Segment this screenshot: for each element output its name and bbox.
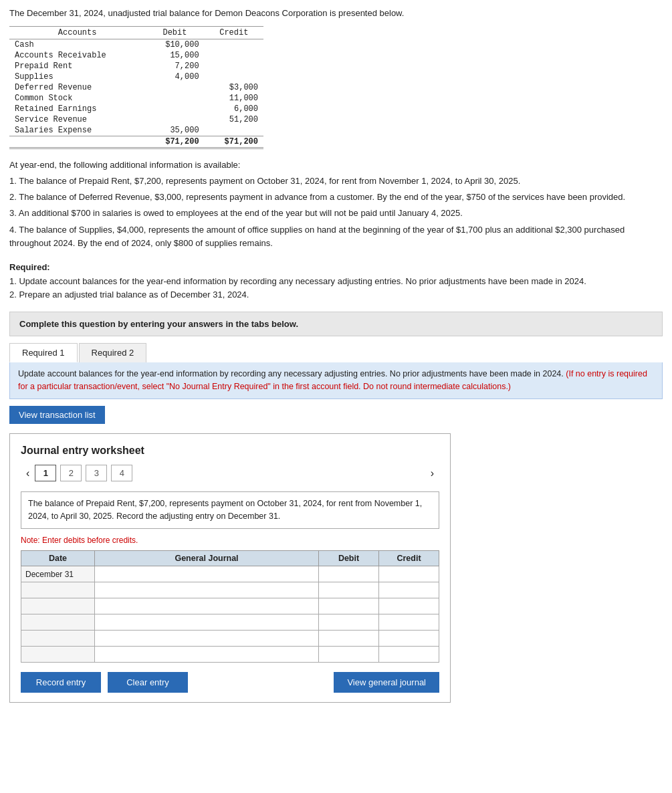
trial-balance-debit [145,93,204,104]
journal-credit-input[interactable] [383,602,435,611]
additional-info-section: At year-end, the following additional in… [9,158,663,250]
journal-table-row: December 31 [21,566,439,582]
additional-info-header: At year-end, the following additional in… [9,158,663,172]
next-page-button[interactable]: › [425,465,439,482]
tab-required-2[interactable]: Required 2 [79,343,147,362]
prev-page-button[interactable]: ‹ [21,465,35,482]
journal-debit-input[interactable] [323,570,374,579]
journal-account-input[interactable] [99,618,314,627]
trial-balance-account: Retained Earnings [9,104,145,114]
required-item2: 2. Prepare an adjusted trial balance as … [9,288,663,302]
journal-account-input[interactable] [99,650,314,659]
journal-credit-cell[interactable] [379,566,439,582]
trial-balance-debit [145,82,204,93]
journal-credit-input[interactable] [383,570,435,579]
journal-col-debit: Debit [319,551,379,566]
trial-balance-account: Salaries Expense [9,125,145,136]
trial-balance-debit: 7,200 [145,61,204,72]
worksheet-title: Journal entry worksheet [21,445,439,457]
journal-table-row [21,582,439,598]
trial-balance-account: Deferred Revenue [9,82,145,93]
page-1-button[interactable]: 1 [35,465,56,481]
journal-account-cell[interactable] [95,631,319,647]
journal-debit-input[interactable] [323,602,374,611]
journal-account-cell[interactable] [95,582,319,598]
journal-table-row [21,631,439,647]
trial-balance-debit: $10,000 [145,39,204,51]
journal-debit-cell[interactable] [319,647,379,663]
journal-date-cell [21,582,95,598]
trial-balance-credit: $3,000 [205,82,263,93]
journal-debit-cell[interactable] [319,631,379,647]
journal-credit-cell[interactable] [379,614,439,631]
journal-table-row [21,598,439,614]
tab-required-1[interactable]: Required 1 [9,343,78,362]
journal-date-cell [21,647,95,663]
trial-balance-credit [205,39,263,51]
additional-info-item: 1. The balance of Prepaid Rent, $7,200, … [9,175,663,188]
journal-account-input[interactable] [99,570,314,579]
journal-credit-cell[interactable] [379,631,439,647]
trial-balance-credit: 51,200 [205,114,263,125]
trial-balance-account: Prepaid Rent [9,61,145,72]
record-entry-button[interactable]: Record entry [21,672,101,693]
tabs-container: Required 1 Required 2 [9,343,663,362]
journal-debit-input[interactable] [323,618,374,627]
journal-account-cell[interactable] [95,598,319,614]
journal-debit-cell[interactable] [319,598,379,614]
trial-balance-account: Supplies [9,72,145,82]
journal-col-general-journal: General Journal [95,551,319,566]
additional-info-item: 4. The balance of Supplies, $4,000, repr… [9,223,663,250]
view-transaction-button[interactable]: View transaction list [9,406,105,424]
col-debit: Debit [145,27,204,39]
journal-worksheet-container: Journal entry worksheet ‹ 1 2 3 4 › The … [9,433,451,703]
journal-credit-input[interactable] [383,586,435,595]
journal-entry-table: Date General Journal Debit Credit Decemb… [21,550,439,663]
trial-balance-total-credit: $71,200 [205,136,263,148]
required-item1: 1. Update account balances for the year-… [9,275,663,289]
journal-account-input[interactable] [99,586,314,595]
trial-balance-account: Cash [9,39,145,51]
page-2-button[interactable]: 2 [60,465,82,481]
instruction-box: Complete this question by entering your … [9,312,663,336]
clear-entry-button[interactable]: Clear entry [108,672,188,693]
page-4-button[interactable]: 4 [111,465,132,481]
journal-account-input[interactable] [99,602,314,611]
required-section: Required: 1. Update account balances for… [9,261,663,302]
additional-info-item: 2. The balance of Deferred Revenue, $3,0… [9,191,663,204]
journal-credit-cell[interactable] [379,647,439,663]
journal-account-cell[interactable] [95,566,319,582]
view-general-journal-button[interactable]: View general journal [334,672,439,693]
journal-table-row [21,647,439,663]
bottom-buttons: Record entry Clear entry View general jo… [21,672,439,693]
journal-credit-input[interactable] [383,618,435,627]
journal-credit-cell[interactable] [379,598,439,614]
trial-balance-debit: 4,000 [145,72,204,82]
journal-date-cell [21,614,95,631]
trial-balance-credit [205,72,263,82]
trial-balance-credit [205,125,263,136]
journal-account-input[interactable] [99,634,314,643]
journal-credit-cell[interactable] [379,582,439,598]
journal-debit-cell[interactable] [319,614,379,631]
journal-debit-input[interactable] [323,650,374,659]
trial-balance-debit [145,114,204,125]
col-credit: Credit [205,27,263,39]
journal-account-cell[interactable] [95,647,319,663]
journal-account-cell[interactable] [95,614,319,631]
journal-debit-cell[interactable] [319,566,379,582]
trial-balance-credit: 6,000 [205,104,263,114]
page-3-button[interactable]: 3 [86,465,107,481]
trial-balance-account: Accounts Receivable [9,50,145,61]
journal-debit-input[interactable] [323,634,374,643]
required-header: Required: [9,262,50,272]
journal-date-cell [21,631,95,647]
journal-debit-cell[interactable] [319,582,379,598]
blue-info-box: Update account balances for the year-end… [9,362,663,399]
journal-credit-input[interactable] [383,634,435,643]
journal-credit-input[interactable] [383,650,435,659]
journal-debit-input[interactable] [323,586,374,595]
intro-text: The December 31, 2024, unadjusted trial … [9,8,663,18]
trial-balance-debit [145,104,204,114]
trial-balance-account: Service Revenue [9,114,145,125]
